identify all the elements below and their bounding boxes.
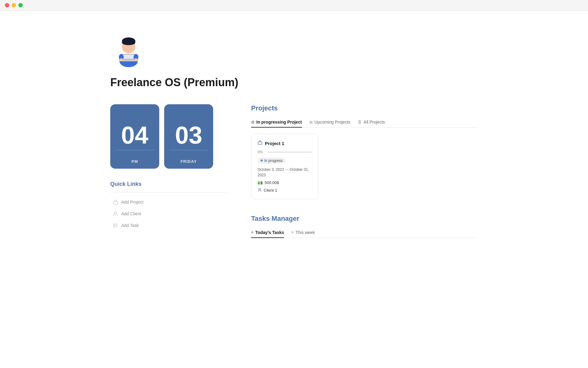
- main-content: Freelance OS (Premium) 04 PM 03 FRIDAY Q…: [80, 0, 508, 250]
- svg-rect-11: [113, 201, 118, 204]
- client-person-icon: [258, 188, 262, 193]
- app-title: Freelance OS (Premium): [110, 76, 478, 89]
- tab-this-week[interactable]: ≡ This week: [291, 228, 315, 238]
- tab-todays-tasks[interactable]: ≡ Today's Tasks: [251, 228, 284, 238]
- add-task-label: Add Task: [121, 223, 139, 228]
- quick-link-add-client[interactable]: Add Client: [110, 208, 227, 220]
- quick-link-add-task[interactable]: Add Task: [110, 220, 227, 231]
- all-projects-tab-label: All Projects: [364, 120, 385, 125]
- clock-divider2: [169, 150, 208, 150]
- amount-row: 💵 500.00$: [258, 180, 312, 185]
- money-icon: 💵: [258, 180, 263, 185]
- progress-percent: 0%: [258, 150, 265, 154]
- two-col-layout: 04 PM 03 FRIDAY Quick Links: [110, 104, 478, 250]
- all-projects-tab-icon: 🗄: [358, 120, 362, 125]
- minimize-button[interactable]: [12, 3, 16, 7]
- titlebar: [0, 0, 588, 11]
- projects-section: Projects ⊙ In progressing Project ⊞ Upco…: [251, 104, 478, 199]
- status-badge-container: In progress: [258, 157, 312, 167]
- avatar-illustration: [110, 32, 147, 69]
- amount-value: 500.00$: [265, 180, 279, 185]
- tab-all-projects[interactable]: 🗄 All Projects: [358, 117, 385, 128]
- date-range: October 3, 2023 → October 31, 2023: [258, 167, 312, 178]
- svg-point-10: [134, 58, 138, 61]
- todays-tasks-label: Today's Tasks: [255, 230, 284, 235]
- tasks-tabs: ≡ Today's Tasks ≡ This week: [251, 228, 478, 238]
- tasks-section: Tasks Manager ≡ Today's Tasks ≡ This wee…: [251, 215, 478, 238]
- client-row: Client 1: [258, 188, 312, 193]
- clock-divider: [115, 150, 154, 150]
- tasks-manager-title: Tasks Manager: [251, 215, 478, 223]
- add-project-label: Add Project: [121, 200, 143, 205]
- tasks-icon: [113, 223, 118, 228]
- clock-day: FRIDAY: [180, 159, 197, 164]
- clock-container: 04 PM 03 FRIDAY: [110, 104, 227, 169]
- quick-link-add-project[interactable]: Add Project: [110, 196, 227, 208]
- projects-tabs: ⊙ In progressing Project ⊞ Upcoming Proj…: [251, 117, 478, 128]
- project-name: Project 1: [265, 141, 284, 146]
- svg-point-12: [114, 212, 116, 214]
- status-badge: In progress: [258, 158, 286, 164]
- todays-tasks-icon: ≡: [251, 230, 254, 235]
- clock-hour: 04: [121, 123, 149, 148]
- upcoming-tab-label: Upcoming Projects: [315, 120, 351, 125]
- briefcase-icon: [113, 199, 118, 205]
- status-label: In progress: [264, 159, 283, 163]
- svg-point-20: [259, 188, 261, 190]
- svg-point-3: [122, 40, 135, 45]
- right-column: Projects ⊙ In progressing Project ⊞ Upco…: [251, 104, 478, 250]
- client-name: Client 1: [264, 188, 277, 193]
- close-button[interactable]: [5, 3, 9, 7]
- project-card-header: Project 1: [258, 140, 312, 146]
- progress-row: 0%: [258, 150, 312, 154]
- status-dot: [261, 159, 263, 162]
- upcoming-tab-icon: ⊞: [309, 120, 313, 125]
- clock-minute-card: 03 FRIDAY: [164, 104, 213, 169]
- left-column: 04 PM 03 FRIDAY Quick Links: [110, 104, 227, 231]
- clock-period: PM: [131, 159, 138, 164]
- maximize-button[interactable]: [18, 3, 23, 7]
- date-start: October 3, 2023: [258, 167, 284, 172]
- tab-in-progressing-project[interactable]: ⊙ In progressing Project: [251, 117, 302, 128]
- arrow-icon: →: [285, 167, 289, 172]
- avatar-section: [110, 32, 478, 70]
- add-client-label: Add Client: [121, 211, 141, 216]
- this-week-label: This week: [296, 230, 315, 235]
- progress-bar-bg: [267, 151, 312, 153]
- project-card[interactable]: Project 1 0% In progress: [251, 134, 318, 199]
- quick-links-list: Add Project Add Client: [110, 192, 227, 231]
- quick-links-title: Quick Links: [110, 181, 227, 187]
- person-icon: [113, 211, 118, 217]
- tab-upcoming-projects[interactable]: ⊞ Upcoming Projects: [309, 117, 351, 128]
- this-week-icon: ≡: [291, 230, 294, 235]
- svg-rect-19: [258, 142, 262, 145]
- in-progress-tab-icon: ⊙: [251, 120, 254, 125]
- clock-hour-card: 04 PM: [110, 104, 159, 169]
- clock-minute: 03: [175, 123, 202, 148]
- projects-title: Projects: [251, 104, 478, 112]
- svg-point-9: [119, 58, 123, 61]
- project-card-briefcase-icon: [258, 140, 262, 146]
- in-progressing-tab-label: In progressing Project: [256, 120, 302, 125]
